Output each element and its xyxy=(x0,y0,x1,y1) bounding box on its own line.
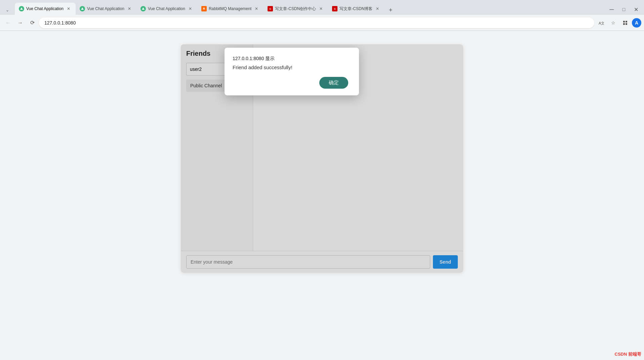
tab-5-close[interactable]: ✕ xyxy=(318,6,324,12)
page-content: Friends Add Public Channel Send xyxy=(0,31,644,360)
svg-rect-6 xyxy=(623,23,625,25)
svg-rect-7 xyxy=(626,23,627,25)
dialog-actions: 确定 xyxy=(233,77,348,89)
tab-1-favicon xyxy=(19,6,24,11)
tab-6[interactable]: C 写文章-CSDN博客 ✕ xyxy=(328,3,385,15)
tab-5-label: 写文章-CSDN创作中心 xyxy=(275,6,316,12)
svg-marker-2 xyxy=(142,7,145,10)
tab-6-close[interactable]: ✕ xyxy=(374,6,380,12)
tab-bar: ⌄ Vue Chat Application ✕ Vue Chat Applic… xyxy=(0,0,644,15)
reload-button[interactable]: ⟳ xyxy=(27,17,38,28)
svg-marker-1 xyxy=(81,7,84,10)
tabs-container: Vue Chat Application ✕ Vue Chat Applicat… xyxy=(15,3,604,15)
tab-3-close[interactable]: ✕ xyxy=(187,6,193,12)
tab-2-label: Vue Chat Application xyxy=(87,6,124,11)
tab-4-favicon: R xyxy=(201,6,207,11)
tab-1[interactable]: Vue Chat Application ✕ xyxy=(15,3,76,15)
new-tab-button[interactable]: + xyxy=(386,5,395,15)
forward-button[interactable]: → xyxy=(15,17,26,28)
tab-2-close[interactable]: ✕ xyxy=(126,6,132,12)
modal-overlay: 127.0.0.1:8080 显示 Friend added successfu… xyxy=(181,44,463,273)
tab-4-label: RabbitMQ Management xyxy=(209,6,251,11)
tab-6-label: 写文章-CSDN博客 xyxy=(339,6,372,12)
window-controls: ─ □ ✕ xyxy=(604,4,644,15)
tab-4-close[interactable]: ✕ xyxy=(253,6,259,12)
dialog-domain: 127.0.0.1:8080 显示 xyxy=(233,56,348,62)
address-icons: A文 ☆ A xyxy=(596,17,641,28)
tab-3-favicon xyxy=(140,6,146,11)
tab-3-label: Vue Chat Application xyxy=(148,6,185,11)
svg-rect-4 xyxy=(623,21,625,22)
svg-rect-5 xyxy=(626,21,627,22)
svg-text:A文: A文 xyxy=(599,21,604,25)
translate-icon[interactable]: A文 xyxy=(596,17,606,28)
app-container: Friends Add Public Channel Send xyxy=(181,44,463,273)
close-window-button[interactable]: ✕ xyxy=(631,4,641,15)
browser-window: ⌄ Vue Chat Application ✕ Vue Chat Applic… xyxy=(0,0,644,360)
tab-5-favicon: C xyxy=(268,6,273,11)
csdn-watermark: CSDN 前端哥 xyxy=(615,351,641,357)
maximize-button[interactable]: □ xyxy=(618,4,629,15)
tab-5[interactable]: C 写文章-CSDN创作中心 ✕ xyxy=(264,3,328,15)
minimize-button[interactable]: ─ xyxy=(606,4,617,15)
bookmark-icon[interactable]: ☆ xyxy=(608,17,618,28)
tab-2-favicon xyxy=(80,6,85,11)
back-button[interactable]: ← xyxy=(3,17,13,28)
profile-icon[interactable]: A xyxy=(632,18,641,28)
dialog-message: Friend added successfully! xyxy=(233,64,348,70)
tab-4[interactable]: R RabbitMQ Management ✕ xyxy=(197,3,264,15)
tab-3[interactable]: Vue Chat Application ✕ xyxy=(136,3,197,15)
tab-list-button[interactable]: ⌄ xyxy=(3,5,12,15)
address-input[interactable] xyxy=(39,17,594,28)
dialog-confirm-button[interactable]: 确定 xyxy=(319,77,348,89)
tab-1-close[interactable]: ✕ xyxy=(66,6,72,12)
tab-6-favicon: C xyxy=(332,6,337,11)
extensions-icon[interactable] xyxy=(620,17,631,28)
svg-marker-0 xyxy=(20,7,23,10)
tab-bar-left: ⌄ xyxy=(0,5,15,15)
address-bar-row: ← → ⟳ A文 ☆ A xyxy=(0,15,644,31)
tab-2[interactable]: Vue Chat Application ✕ xyxy=(76,3,136,15)
dialog-box: 127.0.0.1:8080 显示 Friend added successfu… xyxy=(225,48,359,95)
tab-1-label: Vue Chat Application xyxy=(26,6,64,11)
